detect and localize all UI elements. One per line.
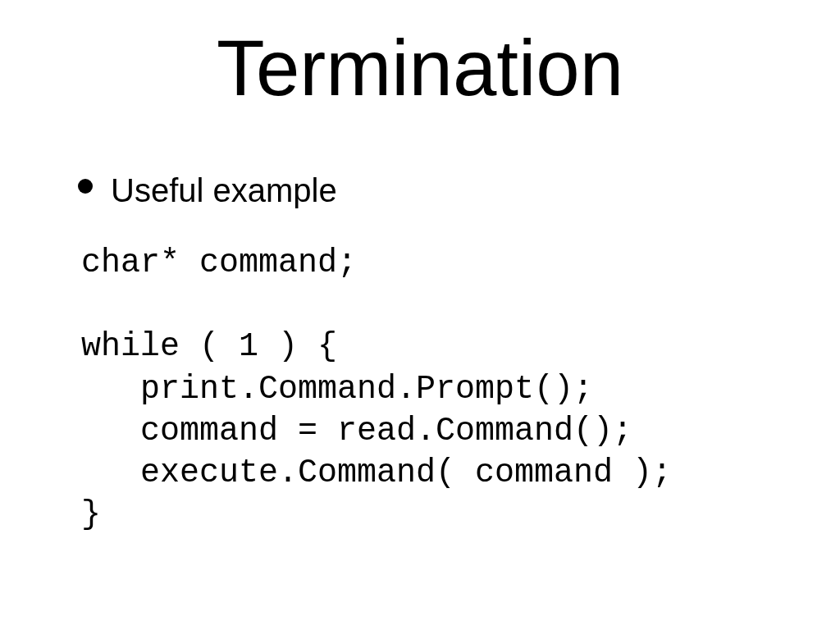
bullet-item: Useful example — [78, 172, 791, 209]
bullet-text: Useful example — [111, 172, 337, 209]
slide-body: Useful example char* command; while ( 1 … — [78, 172, 791, 536]
slide: Termination Useful example char* command… — [0, 0, 840, 630]
slide-title: Termination — [0, 23, 840, 113]
bullet-dot-icon — [78, 179, 93, 194]
code-block: char* command; while ( 1 ) { print.Comma… — [81, 242, 791, 536]
